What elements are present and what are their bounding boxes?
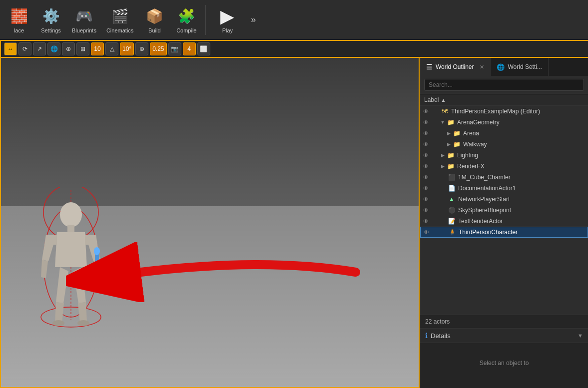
tab-world-settings[interactable]: 🌐 World Setti...: [491, 58, 548, 76]
outliner-item-root[interactable]: 👁 🗺 ThirdPersonExampleMap (Editor): [420, 106, 588, 117]
outliner-tab-label: World Outliner: [436, 63, 474, 70]
toolbar-place[interactable]: 🧱 lace: [4, 4, 34, 35]
panel-tabs: ☰ World Outliner ✕ 🌐 World Setti...: [420, 58, 588, 76]
settings-tab-icon: 🌐: [497, 63, 505, 71]
vp-translate-btn[interactable]: ↔: [4, 42, 17, 55]
vp-speed-btn[interactable]: 4: [183, 42, 196, 55]
doc-icon: 📄: [447, 184, 456, 193]
sphere-icon: ⚫: [447, 206, 456, 215]
eye-icon-walkway[interactable]: 👁: [420, 141, 431, 147]
play-label: Play: [222, 27, 233, 33]
vp-scale-btn[interactable]: ↗: [33, 42, 46, 55]
item-label-thirdperson: ThirdPersonCharacter: [459, 229, 518, 236]
vp-world-btn[interactable]: 🌐: [47, 42, 60, 55]
label-header-text: Label: [424, 96, 439, 103]
eye-icon-cube[interactable]: 👁: [420, 174, 431, 180]
details-expand-btn[interactable]: ▼: [578, 333, 583, 339]
eye-icon-arena[interactable]: 👁: [420, 130, 431, 136]
eye-icon-docactor[interactable]: 👁: [420, 185, 431, 191]
details-header: ℹ Details ▼: [420, 329, 588, 343]
svg-rect-5: [67, 225, 74, 232]
vp-angle-val-btn[interactable]: 10°: [120, 42, 134, 55]
outliner-item-textrenderactor[interactable]: 👁 📝 TextRenderActor: [420, 216, 588, 227]
folder-icon-lighting: 📁: [446, 151, 455, 160]
details-panel: ℹ Details ▼ Select an object to: [420, 328, 588, 388]
toolbar-compile[interactable]: 🧩 Compile: [171, 4, 201, 35]
expand-arena[interactable]: ▶: [445, 131, 452, 136]
details-header-label: Details: [431, 332, 451, 340]
outliner-item-cube[interactable]: 👁 ⬛ 1M_Cube_Chamfer: [420, 172, 588, 183]
actor-count: 22 actors: [420, 315, 588, 328]
blueprints-label: Blueprints: [72, 27, 96, 33]
outliner-item-docactor[interactable]: 👁 📄 DocumentationActor1: [420, 183, 588, 194]
eye-icon-root[interactable]: 👁: [420, 108, 431, 114]
vp-scale-icon[interactable]: ⊕: [135, 42, 148, 55]
eye-icon-arena-geo[interactable]: 👁: [420, 119, 431, 125]
item-label-renderfx: RenderFX: [457, 163, 485, 170]
toolbar-build[interactable]: 📦 Build: [139, 4, 169, 35]
outliner-tab-close[interactable]: ✕: [480, 64, 484, 70]
item-label-arena-geo: ArenaGeometry: [457, 119, 500, 126]
item-label-arena: Arena: [463, 130, 479, 137]
main-area: ☰ World Outliner ✕ 🌐 World Setti... Labe…: [0, 58, 588, 388]
expand-lighting[interactable]: ▶: [439, 153, 446, 158]
text-icon: 📝: [447, 217, 456, 226]
vp-maximize-btn[interactable]: ⬜: [197, 42, 210, 55]
folder-icon-walkway: 📁: [452, 140, 461, 149]
settings-icon: ⚙️: [41, 6, 61, 26]
expand-walkway[interactable]: ▶: [445, 142, 452, 147]
outliner-item-arena[interactable]: 👁 ▶ 📁 Arena: [420, 128, 588, 139]
vp-camera-btn[interactable]: 📷: [168, 42, 181, 55]
vp-angle-icon[interactable]: △: [105, 42, 118, 55]
outliner-item-skysphere[interactable]: 👁 ⚫ SkySphereBlueprint: [420, 205, 588, 216]
eye-icon-thirdperson[interactable]: 👁: [421, 229, 432, 235]
eye-icon-netstart[interactable]: 👁: [420, 196, 431, 202]
place-icon: 🧱: [9, 6, 29, 26]
eye-icon-lighting[interactable]: 👁: [420, 152, 431, 158]
item-label-root: ThirdPersonExampleMap (Editor): [451, 108, 540, 115]
vp-snap-btn[interactable]: ⊕: [62, 42, 75, 55]
item-label-walkway: Walkway: [463, 141, 487, 148]
search-input[interactable]: [424, 79, 584, 91]
item-label-netstart: NetworkPlayerStart: [458, 196, 510, 203]
details-body-text: Select an object to: [480, 360, 529, 367]
details-body: Select an object to: [420, 343, 588, 383]
character-icon: 🧍: [448, 228, 457, 237]
place-label: lace: [14, 27, 24, 33]
eye-icon-skysphere[interactable]: 👁: [420, 207, 431, 213]
compile-icon: 🧩: [176, 6, 196, 26]
expand-arena-geo[interactable]: ▼: [439, 120, 446, 125]
outliner-item-arena-geo[interactable]: 👁 ▼ 📁 ArenaGeometry: [420, 117, 588, 128]
toolbar-blueprints[interactable]: 🎮 Blueprints: [68, 4, 100, 35]
viewport-toolbar: ↔ ⟳ ↗ 🌐 ⊕ ⊞ 10 △ 10° ⊕ 0.25 📷 4 ⬜: [0, 40, 588, 58]
label-header[interactable]: Label ▲: [420, 94, 588, 106]
folder-icon-arena: 📁: [452, 129, 461, 138]
outliner-item-lighting[interactable]: 👁 ▶ 📁 Lighting: [420, 150, 588, 161]
toolbar-divider: [205, 5, 206, 35]
folder-icon-arena-geo: 📁: [446, 118, 455, 127]
vp-scale-val-btn[interactable]: 0.25: [150, 42, 166, 55]
outliner-item-thirdperson[interactable]: 👁 🧍 ThirdPersonCharacter: [420, 227, 588, 238]
item-label-docactor: DocumentationActor1: [458, 185, 516, 192]
toolbar-settings[interactable]: ⚙️ Settings: [36, 4, 66, 35]
eye-icon-renderfx[interactable]: 👁: [420, 163, 431, 169]
outliner-item-renderfx[interactable]: 👁 ▶ 📁 RenderFX: [420, 161, 588, 172]
svg-point-4: [60, 202, 82, 227]
map-icon: 🗺: [440, 107, 449, 116]
expand-renderfx[interactable]: ▶: [439, 164, 446, 169]
viewport[interactable]: [0, 58, 420, 388]
vp-grid-size-btn[interactable]: 10: [91, 42, 104, 55]
outliner-item-netstart[interactable]: 👁 ▲ NetworkPlayerStart: [420, 194, 588, 205]
eye-icon-textrenderactor[interactable]: 👁: [420, 218, 431, 224]
toolbar-play[interactable]: ▶ Play: [210, 4, 245, 35]
cinematics-icon: 🎬: [110, 6, 130, 26]
build-label: Build: [148, 27, 160, 33]
item-label-textrenderactor: TextRenderActor: [458, 218, 503, 225]
vp-rotate-btn[interactable]: ⟳: [18, 42, 31, 55]
toolbar-cinematics[interactable]: 🎬 Cinematics: [102, 4, 137, 35]
toolbar-more[interactable]: »: [247, 12, 260, 27]
tab-world-outliner[interactable]: ☰ World Outliner ✕: [420, 58, 491, 76]
outliner-item-walkway[interactable]: 👁 ▶ 📁 Walkway: [420, 139, 588, 150]
outliner-list[interactable]: 👁 🗺 ThirdPersonExampleMap (Editor) 👁 ▼ 📁…: [420, 106, 588, 315]
vp-grid-btn[interactable]: ⊞: [76, 42, 89, 55]
